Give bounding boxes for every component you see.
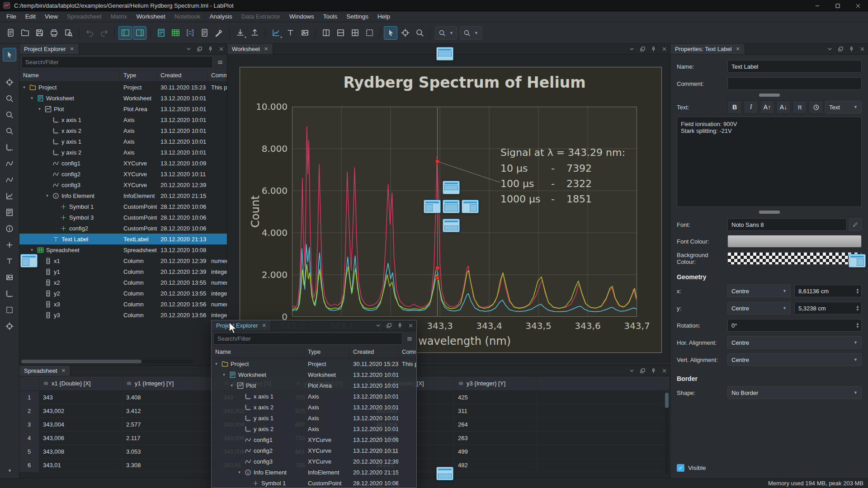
search-input[interactable] bbox=[213, 333, 402, 345]
dock-float-button[interactable] bbox=[196, 45, 203, 53]
zoom-x-select-tool-button[interactable] bbox=[3, 108, 16, 122]
tree-row-text-label[interactable]: Text LabelTextLabel20.12.2020 21:13 bbox=[19, 234, 227, 244]
sheet-cell[interactable]: 3.053 bbox=[123, 445, 220, 458]
tree-row-x3[interactable]: x3Column20.12.2020 13:56numerical bbox=[19, 299, 227, 310]
print-preview-button[interactable] bbox=[61, 26, 75, 40]
sheet-cell[interactable]: 311 bbox=[454, 404, 538, 418]
insert-symbol-button[interactable]: π bbox=[793, 100, 807, 114]
add-text-label-button[interactable] bbox=[283, 26, 297, 40]
vertical-layout-button[interactable] bbox=[319, 26, 333, 40]
tree-row-info-element[interactable]: ▾Info ElementInfoElement20.12.2020 21:15 bbox=[212, 467, 416, 478]
dock-indicator-center-bottom[interactable] bbox=[443, 219, 460, 232]
dock-menu-button[interactable] bbox=[826, 45, 834, 53]
tree-row-config2[interactable]: config2CustomPoint28.12.2020 10:06 bbox=[19, 223, 227, 234]
sheet-cell[interactable]: 343,002 bbox=[39, 404, 123, 418]
x-position-combo[interactable]: Centre▼ bbox=[727, 285, 791, 297]
tree-row-plot[interactable]: ▾PlotPlot Area13.12.2020 10:01 bbox=[19, 103, 227, 114]
sheet-column-header[interactable]: y3 {Integer} [Y] bbox=[454, 376, 538, 390]
dock-indicator-center-top[interactable] bbox=[443, 181, 460, 194]
shift-scale-tool-button[interactable] bbox=[3, 319, 16, 333]
sheet-cell[interactable]: 499 bbox=[454, 445, 538, 458]
close-tab-icon[interactable]: ✕ bbox=[61, 368, 66, 374]
close-tab-icon[interactable]: ✕ bbox=[736, 46, 740, 52]
dock-close-button[interactable] bbox=[660, 45, 668, 53]
tree-column-created[interactable]: Created bbox=[349, 346, 398, 358]
expander-icon[interactable]: ▾ bbox=[37, 107, 42, 111]
sheet-cell[interactable]: 2.117 bbox=[123, 432, 220, 445]
floating-project-explorer[interactable]: Project Explorer ✕ NameTypeCreatedCommen… bbox=[211, 320, 417, 488]
dock-indicator-bottom[interactable] bbox=[436, 467, 453, 480]
new-spreadsheet-button[interactable] bbox=[169, 26, 182, 40]
sheet-cell[interactable]: 3.308 bbox=[123, 459, 220, 472]
select-tool-button[interactable] bbox=[3, 48, 16, 61]
dock-close-button[interactable] bbox=[859, 45, 866, 53]
tree-column-name[interactable]: Name bbox=[212, 346, 304, 358]
dock-menu-button[interactable] bbox=[185, 45, 193, 53]
comment-field[interactable] bbox=[727, 77, 862, 90]
dock-pin-button[interactable] bbox=[650, 45, 657, 53]
close-tab-icon[interactable]: ✕ bbox=[264, 46, 268, 52]
tree-row-config3[interactable]: config3XYCurve20.12.2020 12:39 bbox=[19, 179, 227, 190]
tree-row-project[interactable]: ▾ProjectProject30.11.2020 15:23This proj… bbox=[212, 358, 416, 369]
tree-column-name[interactable]: Name bbox=[19, 70, 120, 81]
rotation-spinbox[interactable]: 0° ▲▼ bbox=[727, 319, 862, 332]
font-field[interactable] bbox=[727, 218, 847, 231]
add-image-tool-button[interactable] bbox=[3, 271, 16, 284]
tree-column-type[interactable]: Type bbox=[304, 346, 349, 358]
horizontal-layout-button[interactable] bbox=[334, 26, 347, 40]
minimize-button[interactable] bbox=[807, 0, 827, 11]
expander-icon[interactable]: ▾ bbox=[29, 248, 35, 252]
bold-button[interactable]: B bbox=[727, 100, 742, 114]
add-xy-curve-tool-button[interactable] bbox=[3, 157, 16, 170]
new-worksheet-button[interactable] bbox=[154, 26, 168, 40]
dock-close-button[interactable] bbox=[407, 322, 415, 329]
tree-row-project[interactable]: ▾ProjectProject30.11.2020 15:23This proj… bbox=[19, 82, 227, 93]
expander-icon[interactable]: ▾ bbox=[221, 372, 227, 377]
menu-worksheet[interactable]: Worksheet bbox=[132, 11, 170, 22]
tree-row-symbol-3[interactable]: Symbol 3CustomPoint28.12.2020 10:06 bbox=[19, 212, 227, 223]
sheet-column-header[interactable]: x1 {Double} [X] bbox=[39, 376, 123, 390]
tree-row-y-axis-1[interactable]: y axis 1Axis13.12.2020 10:01 bbox=[212, 413, 416, 423]
save-project-button[interactable] bbox=[33, 26, 46, 40]
tree-row-config2[interactable]: config2XYCurve13.12.2020 10:11 bbox=[19, 169, 227, 179]
tree-row-y-axis-2[interactable]: y axis 2Axis13.12.2020 10:01 bbox=[212, 423, 416, 434]
sheet-cell[interactable]: 2.577 bbox=[123, 418, 220, 431]
dock-menu-button[interactable] bbox=[628, 367, 636, 375]
toggle-project-explorer-button[interactable] bbox=[118, 26, 132, 40]
menu-analysis[interactable]: Analysis bbox=[205, 11, 236, 22]
splitter-handle[interactable] bbox=[759, 211, 780, 214]
dock-indicator-center[interactable] bbox=[443, 200, 460, 213]
sheet-cell[interactable]: 482 bbox=[454, 459, 538, 472]
add-histogram-tool-button[interactable] bbox=[3, 189, 16, 203]
menu-help[interactable]: Help bbox=[373, 11, 395, 22]
filter-options-icon[interactable] bbox=[215, 57, 225, 67]
name-field[interactable] bbox=[727, 60, 862, 73]
horizontal-scrollbar[interactable] bbox=[21, 360, 193, 363]
y-offset-spinbox[interactable]: 5,3238 cm ▲▼ bbox=[794, 302, 862, 314]
expander-icon[interactable]: ▾ bbox=[229, 383, 235, 388]
dock-pin-button[interactable] bbox=[848, 45, 855, 53]
zoom-select-tool-button[interactable] bbox=[3, 92, 16, 105]
text-mode-combo[interactable]: Text ▼ bbox=[825, 101, 862, 113]
tab-spreadsheet[interactable]: Spreadsheet ✕ bbox=[19, 366, 71, 376]
add-legend-tool-button[interactable] bbox=[3, 206, 16, 219]
border-shape-combo[interactable]: No Border▼ bbox=[727, 386, 862, 399]
dock-indicator-left[interactable] bbox=[20, 254, 38, 267]
expander-icon[interactable]: ▾ bbox=[236, 470, 242, 474]
add-equation-curve-tool-button[interactable] bbox=[3, 173, 16, 187]
tree-row-config2[interactable]: config2XYCurve13.12.2020 10:11 bbox=[212, 445, 416, 456]
tree-row-worksheet[interactable]: ▾WorksheetWorksheet13.12.2020 10:01 bbox=[19, 93, 227, 103]
tree-row-y-axis-2[interactable]: y axis 2Axis13.12.2020 10:01 bbox=[19, 147, 227, 158]
dock-close-button[interactable] bbox=[660, 367, 668, 375]
add-axis-tool-button[interactable] bbox=[3, 141, 16, 154]
tree-row-y2[interactable]: y2Column20.12.2020 13:55integer da... bbox=[19, 288, 227, 299]
sheet-cell[interactable]: 343 bbox=[39, 391, 123, 404]
add-reference-range-tool-button[interactable] bbox=[3, 303, 16, 317]
add-info-element-tool-button[interactable] bbox=[3, 222, 16, 235]
dock-pin-button[interactable] bbox=[396, 322, 404, 329]
dock-indicator-top[interactable] bbox=[436, 47, 453, 61]
vert-alignment-combo[interactable]: Centre▼ bbox=[727, 353, 862, 366]
zoom-y-select-tool-button[interactable] bbox=[3, 124, 16, 138]
tree-column-type[interactable]: Type bbox=[120, 70, 157, 81]
sheet-cell[interactable]: 343,008 bbox=[39, 445, 123, 458]
